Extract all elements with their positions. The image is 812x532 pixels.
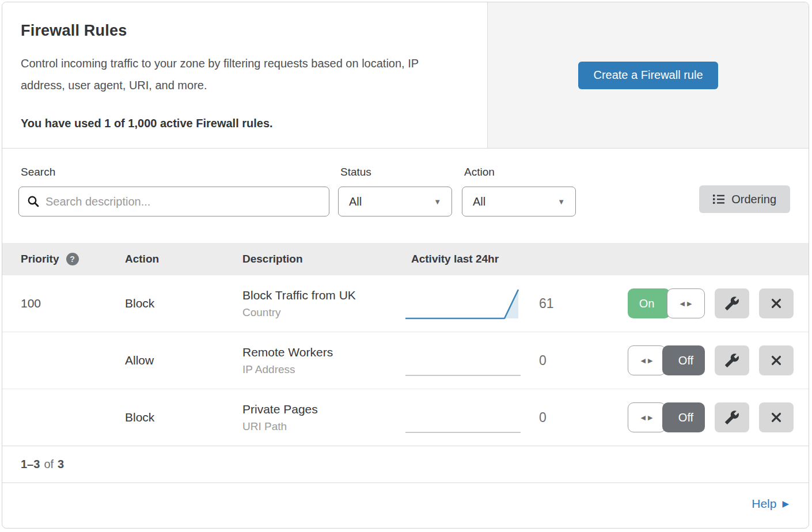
toggle-handle-icon[interactable]: ◀▶ xyxy=(628,402,666,432)
rule-enabled-toggle[interactable]: ◀▶ Off xyxy=(628,402,705,432)
rule-activity-cell: 0 xyxy=(393,343,610,378)
rule-priority: 100 xyxy=(2,297,107,310)
rule-action: Allow xyxy=(107,354,224,367)
arrow-right-icon: ▶ xyxy=(782,499,789,509)
rule-match-type: Country xyxy=(242,306,393,319)
rule-description: Remote Workers xyxy=(242,345,393,359)
help-row: Help ▶ xyxy=(2,482,809,525)
column-header-priority: Priority ? xyxy=(2,253,107,265)
rule-match-type: IP Address xyxy=(242,363,393,376)
toggle-handle-icon[interactable]: ◀▶ xyxy=(628,345,666,375)
table-header: Priority ? Action Description Activity l… xyxy=(2,243,809,275)
help-link[interactable]: Help ▶ xyxy=(752,497,789,511)
status-group: Status All ▼ xyxy=(338,166,452,216)
action-group: Action All ▼ xyxy=(462,166,576,216)
activity-sparkline xyxy=(405,286,521,321)
rule-activity-cell: 0 xyxy=(393,400,610,435)
delete-rule-button[interactable] xyxy=(759,288,794,318)
list-ordering-icon xyxy=(713,194,724,204)
pagination-of: of xyxy=(44,458,54,471)
pagination-range: 1–3 xyxy=(21,458,40,471)
wrench-icon xyxy=(724,353,739,368)
activity-sparkline xyxy=(405,400,521,435)
rule-enabled-toggle[interactable]: ◀▶ Off xyxy=(628,345,705,375)
help-link-label: Help xyxy=(752,497,776,511)
header-action-panel: Create a Firewall rule xyxy=(487,2,809,148)
wrench-icon xyxy=(724,296,739,311)
rule-controls: ◀▶ Off xyxy=(610,345,809,375)
rule-controls: ◀▶ Off xyxy=(610,402,809,432)
search-input[interactable] xyxy=(45,195,321,208)
chevron-down-icon: ▼ xyxy=(557,197,565,206)
toggle-off-label: Off xyxy=(662,402,705,432)
search-box xyxy=(18,187,329,216)
priority-help-icon[interactable]: ? xyxy=(66,253,79,265)
search-icon xyxy=(27,195,40,208)
status-selected-value: All xyxy=(349,195,362,208)
delete-rule-button[interactable] xyxy=(759,402,794,432)
activity-sparkline xyxy=(405,343,521,378)
priority-header-label: Priority xyxy=(21,253,59,265)
column-header-description: Description xyxy=(224,253,393,265)
header: Firewall Rules Control incoming traffic … xyxy=(2,2,809,149)
edit-rule-button[interactable] xyxy=(715,288,749,318)
header-text-block: Firewall Rules Control incoming traffic … xyxy=(2,2,487,148)
rule-controls: On ◀▶ xyxy=(610,288,809,318)
rule-description: Block Traffic from UK xyxy=(242,288,393,302)
page-title: Firewall Rules xyxy=(21,22,464,40)
rule-action: Block xyxy=(107,411,224,424)
action-label: Action xyxy=(462,166,576,178)
delete-rule-button[interactable] xyxy=(759,345,794,375)
search-label: Search xyxy=(18,166,329,178)
page-description: Control incoming traffic to your zone by… xyxy=(21,52,464,96)
close-icon xyxy=(770,354,783,367)
rule-activity-cell: 61 xyxy=(393,286,610,321)
rule-enabled-toggle[interactable]: On ◀▶ xyxy=(628,288,705,318)
column-header-action: Action xyxy=(107,253,224,265)
filter-bar: Search Status All ▼ Action All ▼ xyxy=(2,149,809,243)
ordering-button-label: Ordering xyxy=(731,193,776,206)
action-select[interactable]: All ▼ xyxy=(462,187,576,216)
close-icon xyxy=(770,411,783,424)
search-group: Search xyxy=(18,166,329,216)
toggle-handle-icon[interactable]: ◀▶ xyxy=(667,288,705,318)
rule-description-cell: Remote Workers IP Address xyxy=(224,345,393,376)
rule-match-type: URI Path xyxy=(242,420,393,433)
action-selected-value: All xyxy=(473,195,485,208)
status-label: Status xyxy=(338,166,452,178)
ordering-button[interactable]: Ordering xyxy=(699,185,790,213)
activity-count: 0 xyxy=(539,410,547,425)
wrench-icon xyxy=(724,410,739,425)
create-firewall-rule-button[interactable]: Create a Firewall rule xyxy=(578,62,718,89)
edit-rule-button[interactable] xyxy=(715,345,749,375)
status-select[interactable]: All ▼ xyxy=(338,187,452,216)
rule-description-cell: Private Pages URI Path xyxy=(224,402,393,433)
close-icon xyxy=(770,297,783,310)
chevron-down-icon: ▼ xyxy=(434,197,441,206)
rule-description-cell: Block Traffic from UK Country xyxy=(224,288,393,319)
activity-count: 61 xyxy=(539,296,554,311)
rule-action: Block xyxy=(107,297,224,310)
firewall-rules-panel: Firewall Rules Control incoming traffic … xyxy=(2,2,809,529)
rule-description: Private Pages xyxy=(242,402,393,416)
toggle-off-label: Off xyxy=(662,345,705,375)
table-row: Block Private Pages URI Path 0 ◀▶ Off xyxy=(2,389,809,446)
column-header-activity: Activity last 24hr xyxy=(393,253,610,265)
activity-count: 0 xyxy=(539,353,547,368)
edit-rule-button[interactable] xyxy=(715,402,749,432)
toggle-on-label: On xyxy=(628,288,670,318)
pagination-total: 3 xyxy=(58,458,64,471)
table-row: 100 Block Block Traffic from UK Country … xyxy=(2,275,809,332)
pagination: 1–3 of 3 xyxy=(2,446,809,482)
usage-note: You have used 1 of 1,000 active Firewall… xyxy=(21,117,464,130)
table-row: Allow Remote Workers IP Address 0 ◀▶ Off xyxy=(2,332,809,389)
